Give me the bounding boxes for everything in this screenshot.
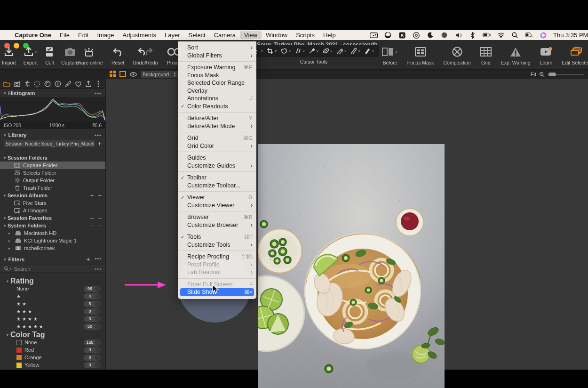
library-item-rachelkorinek[interactable]: ▸rachelkorinek [0,244,105,252]
filter-count-toggle[interactable]: 0 [84,316,101,322]
menubar-item-view[interactable]: View [240,31,262,39]
filter-count-toggle[interactable]: 0 [84,355,101,361]
colortag-filter-row[interactable]: Orange0 [0,354,105,361]
import-button[interactable]: Import [2,46,16,65]
menubar-item-select[interactable]: Select [184,31,210,39]
add-session-button[interactable]: + [98,140,102,147]
viewer-photo[interactable] [258,144,445,388]
backblaze-icon[interactable]: B [398,32,406,39]
edit-selected-button[interactable]: Edit Selected [562,46,588,65]
focus-mask-button[interactable]: Focus Mask [407,46,434,65]
menu-item-annotations[interactable]: AnnotationsJ [178,95,256,103]
volume-icon[interactable] [454,32,462,39]
menu-item-toolbar[interactable]: ✓Toolbar [178,174,256,182]
library-item-trash-folder[interactable]: Trash Folder [0,184,105,192]
learn-button[interactable]: Learn [540,46,552,65]
composition-button[interactable]: Composition [443,46,470,65]
brush-tab-icon[interactable] [64,80,72,88]
cursor-tool-8-icon[interactable]: ∨ [350,48,361,54]
menu-item-grid-color[interactable]: Grid Color› [178,142,256,150]
library-item-five-stars[interactable]: Five Stars [0,199,105,207]
screen-mirroring-icon[interactable] [370,32,378,39]
add-filter-button[interactable]: + [87,256,90,263]
menu-item-browser[interactable]: Browser⌘B [178,213,256,221]
menu-item-customize-tools[interactable]: Customize Tools› [178,241,256,249]
export-tab-icon[interactable] [84,80,92,88]
undo-redo-button[interactable]: Undo/Redo [133,46,158,65]
camera-tab-icon[interactable] [13,80,21,88]
battery-icon[interactable] [483,32,491,39]
menubar-item-edit[interactable]: Edit [74,31,93,39]
group-header-session-albums[interactable]: ▾Session Albums+− [0,192,105,199]
search-options-icon[interactable]: ••• [95,266,102,272]
menubar-item-adjustments[interactable]: Adjustments [119,31,161,39]
menubar-clock[interactable]: Thu 3:35 PM [553,32,588,39]
heart-tab-icon[interactable] [74,80,82,88]
panel-menu-icon[interactable]: ••• [95,256,102,263]
menu-item-slide-show[interactable]: Slide Show⌘< [180,288,254,296]
menu-item-viewer[interactable]: ✓ViewerG [178,194,256,202]
menubar-item-window[interactable]: Window [262,31,292,39]
library-item-all-images[interactable]: All Images [0,207,105,214]
cursor-tool-6-icon[interactable]: ∨ [323,48,333,54]
panel-menu-icon[interactable]: ••• [95,132,102,138]
menu-item-overlay[interactable]: Overlay [178,87,256,95]
menu-item-selected-color-range[interactable]: Selected Color Range [178,79,256,87]
rating-filter-row[interactable]: ★★5 [0,300,105,307]
rating-filter-row[interactable]: ★★★0 [0,307,105,315]
histogram-panel-header[interactable]: ▾ Histogram ••• [0,89,105,97]
rating-filter-row[interactable]: None96 [0,285,105,292]
colortag-filter-row[interactable]: Red0 [0,346,105,354]
zoom-slider[interactable] [548,74,584,75]
layer-select[interactable]: Background ▲▼ [141,71,178,78]
panel-menu-icon[interactable]: ••• [95,90,102,96]
colortag-filter-row[interactable]: Yellow0 [0,361,105,369]
rating-filter-row[interactable]: ★★★★0 [0,315,105,323]
rating-filter-row[interactable]: ★★★★★50 [0,323,105,330]
cursor-tool-3-icon[interactable]: ∨ [281,48,291,54]
app-globe-icon[interactable] [440,32,448,39]
reset-button[interactable]: Reset [111,46,124,65]
filter-count-toggle[interactable]: 50 [84,323,101,330]
menu-item-exposure-warning[interactable]: Exposure Warning⌘E [178,64,256,72]
rating-group-header[interactable]: ▾Rating [0,277,105,285]
menubar-item-camera[interactable]: Camera [210,31,240,39]
bluetooth-icon[interactable] [469,32,477,39]
group-header-session-folders[interactable]: ▾Session Folders [0,154,105,162]
menu-item-customize-guides[interactable]: Customize Guides› [178,162,256,170]
cursor-tool-9-icon[interactable]: ∨ [364,48,374,54]
cursor-tool-2-icon[interactable]: ∨ [267,48,277,54]
group-remove-button[interactable]: − [98,222,102,229]
export-button[interactable]: ∨Export [24,46,38,65]
rating-filter-row[interactable]: ★4 [0,292,105,300]
filter-count-toggle[interactable]: 96 [84,286,101,292]
multi-view-icon[interactable] [110,70,116,79]
menubar-item-capture-one[interactable]: Capture One [10,31,56,39]
info-tab-icon[interactable] [54,80,62,88]
filters-search[interactable]: ▾ Search ••• [0,265,105,273]
menu-item-customize-browser[interactable]: Customize Browser› [178,221,256,229]
cull-button[interactable]: Cull [45,46,54,65]
library-panel-header[interactable]: ▾ Library ••• [0,131,105,139]
proof-eye-icon[interactable] [130,70,137,79]
menu-item-recipe-proofing[interactable]: Recipe Proofing⇧⌘\ [178,253,256,261]
group-remove-button[interactable]: − [98,215,102,222]
menu-item-customize-toolbar-[interactable]: Customize Toolbar... [178,182,256,190]
group-add-button[interactable]: + [90,192,94,199]
menu-item-tools[interactable]: ✓Tools⌘T [178,233,256,241]
filter-count-toggle[interactable]: 4 [84,293,101,299]
library-item-macintosh-hd[interactable]: ▸Macintosh HD [0,229,105,237]
menubar-item-layer[interactable]: Layer [160,31,184,39]
cursor-tool-7-icon[interactable]: ∨ [336,48,347,54]
share-online-button[interactable]: Share online [75,46,103,65]
more-tab-icon[interactable] [95,80,103,88]
library-item-output-folder[interactable]: Output Folder [0,177,105,184]
grid-button[interactable]: Grid [480,46,492,65]
library-item-capture-folder[interactable]: Capture Folder [0,162,105,169]
moon-icon[interactable] [426,32,434,39]
lens-tab-icon[interactable] [44,80,52,88]
menu-item-color-readouts[interactable]: ✓Color Readouts [178,103,256,111]
cursor-tool-4-icon[interactable]: ∨ [294,48,305,54]
filter-count-toggle[interactable]: 0 [84,362,101,368]
menubar-item-scripts[interactable]: Scripts [292,31,319,39]
